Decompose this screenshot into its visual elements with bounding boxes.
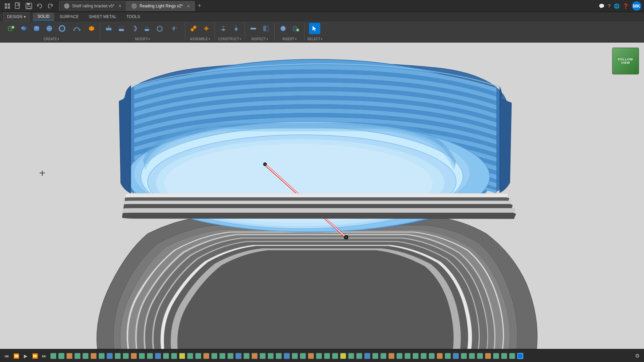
timeline-item[interactable] [452, 352, 460, 360]
timeline-item[interactable] [484, 352, 492, 360]
timeline-item[interactable] [404, 352, 411, 360]
timeline-item[interactable] [388, 352, 395, 360]
timeline-item[interactable] [90, 352, 97, 360]
tab-shelf-close[interactable]: ✕ [118, 4, 121, 8]
timeline-item[interactable] [170, 352, 178, 360]
timeline-item[interactable] [178, 352, 186, 360]
shell-btn[interactable] [154, 23, 165, 34]
timeline-item[interactable] [500, 352, 508, 360]
timeline-item[interactable] [331, 352, 339, 360]
timeline-item[interactable] [468, 352, 476, 360]
question-mark-icon[interactable]: ? [608, 3, 610, 9]
tab-shelf-bracket[interactable]: Shelf railing bracket v5* ✕ [59, 1, 126, 11]
timeline-item[interactable] [347, 352, 355, 360]
timeline-item[interactable] [339, 352, 347, 360]
timeline-item[interactable] [227, 352, 234, 360]
timeline-item[interactable] [219, 352, 226, 360]
timeline-item[interactable] [420, 352, 427, 360]
timeline-item[interactable] [58, 352, 65, 360]
timeline-item[interactable] [323, 352, 331, 360]
push-pull-btn[interactable] [103, 23, 114, 34]
timeline-item[interactable] [195, 352, 202, 360]
timeline-item[interactable] [243, 352, 250, 360]
app-menu-icon[interactable] [3, 1, 12, 11]
user-avatar[interactable]: MK [632, 1, 641, 11]
joint-origin-btn[interactable] [201, 23, 212, 34]
new-file-btn[interactable] [13, 1, 23, 11]
sphere-btn[interactable] [44, 23, 55, 34]
timeline-item-current[interactable] [517, 352, 524, 360]
box-btn[interactable] [18, 23, 30, 34]
design-dropdown[interactable]: DESIGN ▾ [3, 12, 30, 21]
construct-axis-btn[interactable] [230, 23, 242, 34]
measure-btn[interactable] [248, 23, 259, 34]
create-label[interactable]: CREATE ▾ [44, 37, 59, 41]
timeline-item[interactable] [146, 352, 154, 360]
timeline-item[interactable] [106, 352, 113, 360]
timeline-item[interactable] [98, 352, 105, 360]
timeline-skip-end[interactable]: ⏭ [40, 352, 48, 360]
pipe-btn[interactable] [69, 23, 85, 34]
modify-label[interactable]: MODIFY ▾ [135, 37, 150, 41]
select-btn[interactable] [309, 23, 320, 34]
timeline-item[interactable] [380, 352, 387, 360]
tab-tools[interactable]: TOOLS [122, 13, 145, 20]
create-more-btn[interactable] [86, 23, 97, 34]
timeline-item[interactable] [492, 352, 500, 360]
timeline-item[interactable] [412, 352, 419, 360]
torus-btn[interactable] [56, 23, 68, 34]
undo-btn[interactable] [35, 1, 44, 11]
timeline-item[interactable] [372, 352, 379, 360]
timeline-item[interactable] [154, 352, 162, 360]
timeline-item[interactable] [508, 352, 516, 360]
tab-reading-light[interactable]: Reading Light Rings v2* ✕ [126, 1, 195, 11]
tab-solid[interactable]: SOLID [33, 13, 54, 21]
section-analysis-btn[interactable] [260, 23, 272, 34]
timeline-item[interactable] [476, 352, 484, 360]
timeline-item[interactable] [428, 352, 435, 360]
timeline-item[interactable] [130, 352, 138, 360]
save-btn[interactable] [24, 1, 34, 11]
redo-btn[interactable] [46, 1, 55, 11]
timeline-next[interactable]: ⏩ [31, 352, 39, 360]
tab-sheet-metal[interactable]: SHEET METAL [84, 13, 121, 20]
timeline-item[interactable] [203, 352, 210, 360]
chat-icon[interactable]: 💬 [599, 3, 604, 9]
insert-svg-btn[interactable] [290, 23, 302, 34]
model-viewport[interactable] [0, 43, 644, 349]
timeline-item[interactable] [291, 352, 299, 360]
timeline-item[interactable] [251, 352, 258, 360]
timeline-item[interactable] [186, 352, 194, 360]
timeline-item[interactable] [235, 352, 242, 360]
timeline-prev[interactable]: ⏪ [12, 352, 20, 360]
timeline-item[interactable] [299, 352, 307, 360]
assemble-label[interactable]: ASSEMBLE ▾ [190, 37, 210, 41]
move-btn[interactable] [167, 23, 182, 34]
timeline-item[interactable] [396, 352, 403, 360]
help-icon[interactable]: ❓ [623, 3, 629, 9]
timeline-item[interactable] [315, 352, 323, 360]
timeline-item[interactable] [114, 352, 121, 360]
revolve-btn[interactable] [128, 23, 140, 34]
inspect-label[interactable]: INSPECT ▾ [251, 37, 268, 41]
construct-plane-btn[interactable] [218, 23, 229, 34]
timeline-skip-start[interactable]: ⏮ [3, 352, 11, 360]
timeline-item[interactable] [436, 352, 443, 360]
timeline-settings-btn[interactable]: ⚙ [633, 352, 641, 360]
main-canvas-area[interactable]: FOLLOW VIEW [0, 43, 644, 349]
timeline-item[interactable] [275, 352, 282, 360]
insert-mesh-btn[interactable] [277, 23, 289, 34]
timeline-item[interactable] [444, 352, 451, 360]
timeline-item[interactable] [283, 352, 290, 360]
timeline-item[interactable] [82, 352, 89, 360]
new-component-btn[interactable] [5, 23, 17, 34]
timeline-item[interactable] [162, 352, 170, 360]
joint-btn[interactable] [188, 23, 199, 34]
timeline-item[interactable] [66, 352, 73, 360]
timeline-play[interactable]: ▶ [21, 352, 30, 360]
timeline-item[interactable] [307, 352, 315, 360]
tab-reading-close[interactable]: ✕ [187, 4, 190, 8]
view-cube[interactable]: FOLLOW VIEW [612, 48, 639, 74]
construct-label[interactable]: CONSTRUCT ▾ [218, 37, 241, 41]
timeline-item[interactable] [460, 352, 468, 360]
